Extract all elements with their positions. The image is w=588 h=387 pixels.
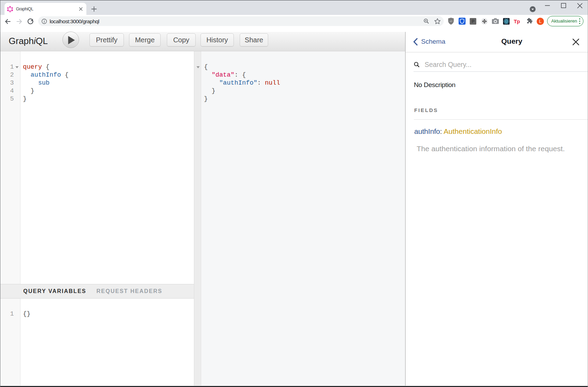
svg-text:P: P bbox=[471, 19, 475, 24]
svg-text:uO: uO bbox=[450, 20, 452, 22]
